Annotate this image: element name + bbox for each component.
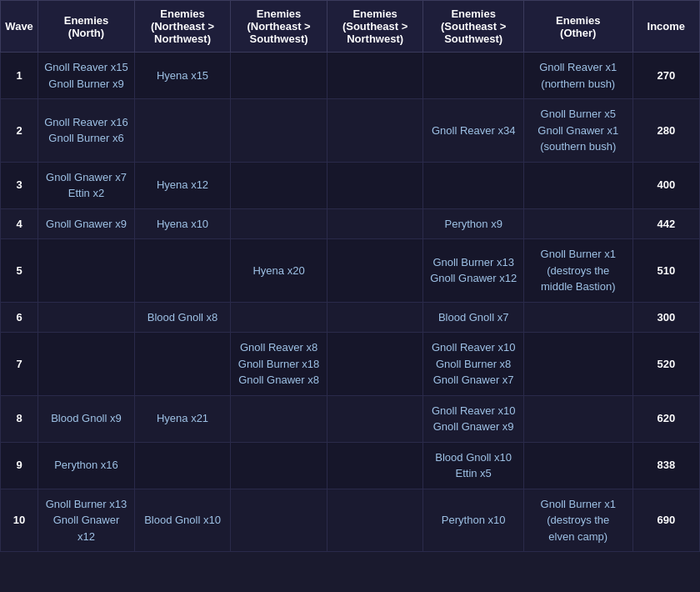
cell-other-row9 (523, 442, 632, 489)
cell-other-row3 (523, 162, 632, 208)
cell-other-row2: Gnoll Burner x5Gnoll Gnawer x1(southern … (523, 99, 632, 163)
cell-se_sw-row5: Gnoll Burner x13Gnoll Gnawer x12 (423, 239, 524, 303)
cell-ne_sw-row7: Gnoll Reaver x8Gnoll Burner x18Gnoll Gna… (231, 333, 328, 396)
cell-wave-row7: 7 (1, 333, 38, 396)
wave-table: Wave Enemies(North) Enemies(Northeast >N… (0, 0, 700, 552)
cell-north-row8: Blood Gnoll x9 (38, 395, 135, 442)
cell-se_sw-row4: Perython x9 (423, 208, 524, 239)
cell-ne_sw-row9 (231, 442, 328, 489)
cell-other-row7 (523, 333, 632, 396)
cell-ne_sw-row4 (231, 208, 328, 239)
header-ne-sw: Enemies(Northeast >Southwest) (231, 1, 328, 53)
cell-ne_sw-row1 (231, 53, 328, 99)
cell-se_sw-row2: Gnoll Reaver x34 (423, 99, 524, 163)
cell-se_nw-row3 (327, 162, 423, 208)
cell-ne_nw-row10: Blood Gnoll x10 (134, 489, 231, 552)
cell-ne_nw-row5 (134, 239, 231, 303)
table-row: 3Gnoll Gnawer x7Ettin x2Hyena x12400 (1, 162, 700, 208)
cell-income-row10: 690 (632, 489, 699, 552)
cell-se_nw-row8 (327, 395, 423, 442)
cell-ne_nw-row7 (134, 333, 231, 396)
cell-other-row6 (523, 302, 632, 333)
main-table-container: Wave Enemies(North) Enemies(Northeast >N… (0, 0, 700, 552)
table-row: 10Gnoll Burner x13Gnoll Gnawerx12Blood G… (1, 489, 700, 552)
header-income: Income (632, 1, 699, 53)
cell-north-row6 (38, 302, 135, 333)
cell-ne_sw-row3 (231, 162, 328, 208)
cell-se_nw-row1 (327, 53, 423, 99)
cell-se_nw-row2 (327, 99, 423, 163)
table-row: 8Blood Gnoll x9Hyena x21Gnoll Reaver x10… (1, 395, 700, 442)
cell-wave-row6: 6 (1, 302, 38, 333)
table-row: 2Gnoll Reaver x16Gnoll Burner x6Gnoll Re… (1, 99, 700, 163)
table-row: 9Perython x16Blood Gnoll x10Ettin x5838 (1, 442, 700, 489)
cell-north-row7 (38, 333, 135, 396)
cell-se_sw-row7: Gnoll Reaver x10Gnoll Burner x8Gnoll Gna… (423, 333, 524, 396)
table-row: 7Gnoll Reaver x8Gnoll Burner x18Gnoll Gn… (1, 333, 700, 396)
cell-north-row9: Perython x16 (38, 442, 135, 489)
cell-ne_nw-row9 (134, 442, 231, 489)
cell-se_nw-row4 (327, 208, 423, 239)
cell-wave-row5: 5 (1, 239, 38, 303)
cell-se_sw-row6: Blood Gnoll x7 (423, 302, 524, 333)
header-wave: Wave (1, 1, 38, 53)
cell-income-row9: 838 (632, 442, 699, 489)
cell-income-row6: 300 (632, 302, 699, 333)
cell-ne_nw-row1: Hyena x15 (134, 53, 231, 99)
cell-north-row10: Gnoll Burner x13Gnoll Gnawerx12 (38, 489, 135, 552)
cell-wave-row9: 9 (1, 442, 38, 489)
cell-ne_nw-row4: Hyena x10 (134, 208, 231, 239)
cell-other-row4 (523, 208, 632, 239)
cell-ne_nw-row6: Blood Gnoll x8 (134, 302, 231, 333)
cell-wave-row2: 2 (1, 99, 38, 163)
cell-income-row1: 270 (632, 53, 699, 99)
cell-income-row2: 280 (632, 99, 699, 163)
cell-wave-row10: 10 (1, 489, 38, 552)
cell-se_sw-row3 (423, 162, 524, 208)
cell-wave-row1: 1 (1, 53, 38, 99)
cell-other-row10: Gnoll Burner x1(destroys theelven camp) (523, 489, 632, 552)
cell-se_sw-row10: Perython x10 (423, 489, 524, 552)
cell-other-row5: Gnoll Burner x1(destroys themiddle Basti… (523, 239, 632, 303)
cell-north-row2: Gnoll Reaver x16Gnoll Burner x6 (38, 99, 135, 163)
header-ne-nw: Enemies(Northeast >Northwest) (134, 1, 231, 53)
cell-ne_nw-row2 (134, 99, 231, 163)
cell-income-row4: 442 (632, 208, 699, 239)
table-row: 4Gnoll Gnawer x9Hyena x10Perython x9442 (1, 208, 700, 239)
cell-se_nw-row9 (327, 442, 423, 489)
header-north: Enemies(North) (38, 1, 135, 53)
header-other: Enemies(Other) (523, 1, 632, 53)
cell-income-row5: 510 (632, 239, 699, 303)
cell-ne_nw-row3: Hyena x12 (134, 162, 231, 208)
cell-se_nw-row7 (327, 333, 423, 396)
cell-income-row8: 620 (632, 395, 699, 442)
header-se-sw: Enemies(Southeast >Southwest) (423, 1, 524, 53)
cell-north-row3: Gnoll Gnawer x7Ettin x2 (38, 162, 135, 208)
table-row: 1Gnoll Reaver x15Gnoll Burner x9Hyena x1… (1, 53, 700, 99)
cell-ne_nw-row8: Hyena x21 (134, 395, 231, 442)
cell-ne_sw-row5: Hyena x20 (231, 239, 328, 303)
cell-ne_sw-row8 (231, 395, 328, 442)
cell-wave-row8: 8 (1, 395, 38, 442)
cell-ne_sw-row6 (231, 302, 328, 333)
header-se-nw: Enemies(Southeast >Northwest) (327, 1, 423, 53)
cell-wave-row3: 3 (1, 162, 38, 208)
cell-income-row3: 400 (632, 162, 699, 208)
cell-se_nw-row6 (327, 302, 423, 333)
cell-wave-row4: 4 (1, 208, 38, 239)
cell-ne_sw-row10 (231, 489, 328, 552)
cell-north-row1: Gnoll Reaver x15Gnoll Burner x9 (38, 53, 135, 99)
cell-income-row7: 520 (632, 333, 699, 396)
cell-se_sw-row8: Gnoll Reaver x10Gnoll Gnawer x9 (423, 395, 524, 442)
cell-ne_sw-row2 (231, 99, 328, 163)
cell-other-row8 (523, 395, 632, 442)
cell-se_sw-row9: Blood Gnoll x10Ettin x5 (423, 442, 524, 489)
cell-north-row5 (38, 239, 135, 303)
cell-se_sw-row1 (423, 53, 524, 99)
cell-se_nw-row5 (327, 239, 423, 303)
cell-north-row4: Gnoll Gnawer x9 (38, 208, 135, 239)
table-row: 6Blood Gnoll x8Blood Gnoll x7300 (1, 302, 700, 333)
table-row: 5Hyena x20Gnoll Burner x13Gnoll Gnawer x… (1, 239, 700, 303)
cell-other-row1: Gnoll Reaver x1(northern bush) (523, 53, 632, 99)
cell-se_nw-row10 (327, 489, 423, 552)
